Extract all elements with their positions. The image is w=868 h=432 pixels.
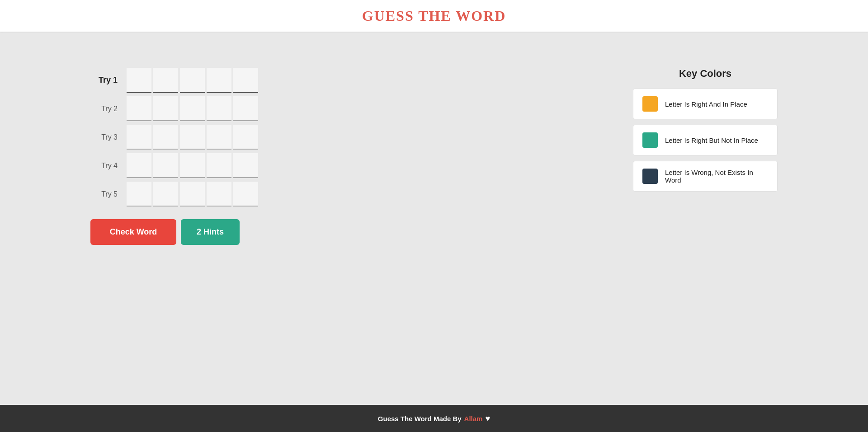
color-swatch — [642, 132, 658, 148]
letter-cell — [180, 125, 205, 150]
letter-cell — [207, 125, 231, 150]
try-row: Try 5 — [90, 182, 258, 207]
color-swatch — [642, 96, 658, 112]
letter-cell — [180, 153, 205, 178]
letter-cell — [127, 125, 151, 150]
letter-cells — [127, 68, 258, 93]
try-label: Try 4 — [90, 162, 118, 170]
try-label: Try 1 — [90, 75, 118, 85]
try-row: Try 4 — [90, 153, 258, 178]
try-label: Try 5 — [90, 190, 118, 198]
footer-text: Guess The Word Made By — [378, 415, 462, 423]
header: Guess The Word — [0, 0, 868, 32]
letter-cell — [153, 182, 178, 207]
color-key-text: Letter Is Right But Not In Place — [665, 136, 758, 144]
color-key-text: Letter Is Wrong, Not Exists In Word — [665, 169, 768, 184]
letter-cells — [127, 125, 258, 150]
color-key-item: Letter Is Right And In Place — [633, 89, 778, 119]
letter-cell — [233, 125, 258, 150]
check-word-button[interactable]: Check Word — [90, 219, 176, 245]
letter-cell — [207, 182, 231, 207]
key-colors-panel: Key Colors Letter Is Right And In PlaceL… — [633, 68, 778, 197]
letter-cell — [207, 96, 231, 121]
tries-container: Try 1Try 2Try 3Try 4Try 5 — [90, 68, 258, 210]
letter-cell — [153, 153, 178, 178]
letter-cell — [153, 96, 178, 121]
letter-cell[interactable] — [153, 68, 178, 93]
letter-cells — [127, 153, 258, 178]
footer-author: Allam — [464, 415, 483, 423]
try-label: Try 3 — [90, 133, 118, 141]
letter-cell — [233, 96, 258, 121]
letter-cell — [233, 182, 258, 207]
hints-button[interactable]: 2 Hints — [181, 219, 240, 245]
letter-cell[interactable] — [207, 68, 231, 93]
color-key-item: Letter Is Right But Not In Place — [633, 125, 778, 155]
try-row: Try 1 — [90, 68, 258, 93]
color-key-item: Letter Is Wrong, Not Exists In Word — [633, 161, 778, 192]
color-swatch — [642, 169, 658, 184]
letter-cell — [153, 125, 178, 150]
try-label: Try 2 — [90, 105, 118, 113]
try-row: Try 3 — [90, 125, 258, 150]
color-keys-container: Letter Is Right And In PlaceLetter Is Ri… — [633, 89, 778, 192]
buttons-area: Check Word 2 Hints — [90, 219, 258, 245]
letter-cell — [180, 182, 205, 207]
letter-cell — [207, 153, 231, 178]
footer-heart: ♥ — [485, 414, 490, 423]
game-area: Try 1Try 2Try 3Try 4Try 5 Check Word 2 H… — [90, 68, 258, 245]
letter-cell[interactable] — [127, 68, 151, 93]
letter-cell — [233, 153, 258, 178]
color-key-text: Letter Is Right And In Place — [665, 100, 747, 108]
letter-cell — [127, 182, 151, 207]
letter-cells — [127, 96, 258, 121]
try-row: Try 2 — [90, 96, 258, 121]
key-colors-title: Key Colors — [633, 68, 778, 80]
letter-cell — [127, 96, 151, 121]
letter-cells — [127, 182, 258, 207]
app-title: Guess The Word — [362, 8, 506, 24]
letter-cell — [127, 153, 151, 178]
main-content: Try 1Try 2Try 3Try 4Try 5 Check Word 2 H… — [0, 32, 868, 405]
letter-cell[interactable] — [180, 68, 205, 93]
letter-cell — [180, 96, 205, 121]
letter-cell[interactable] — [233, 68, 258, 93]
footer: Guess The Word Made By Allam ♥ — [0, 405, 868, 432]
